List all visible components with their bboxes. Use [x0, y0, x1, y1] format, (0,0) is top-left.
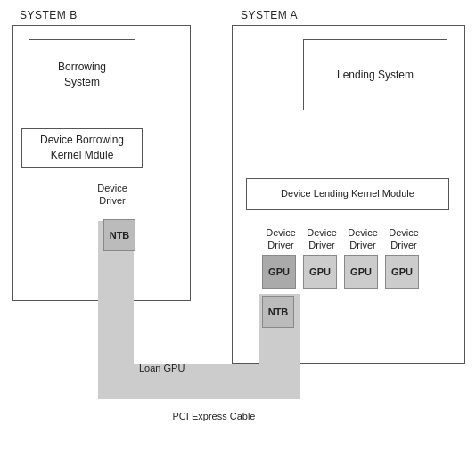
borrowing-system-box: Borrowing System [29, 39, 135, 110]
device-driver-a2-label: Device Driver [302, 226, 341, 252]
device-lending-kernel-box: Device Lending Kernel Module [246, 178, 449, 210]
gpu4-box: GPU [385, 255, 419, 289]
device-borrowing-kernel-box: Device Borrowing Kernel Mdule [21, 128, 143, 168]
system-a-label: SYSTEM A [241, 9, 298, 21]
lending-system-box: Lending System [303, 39, 447, 110]
device-driver-b-label: Device Driver [89, 182, 135, 208]
device-driver-a3-label: Device Driver [343, 226, 382, 252]
device-driver-a4-label: Device Driver [384, 226, 423, 252]
ntb-b-box: NTB [103, 219, 135, 251]
ntb-a-box: NTB [262, 296, 294, 328]
pci-express-label: PCI Express Cable [152, 410, 276, 422]
system-b-label: SYSTEM B [20, 9, 78, 21]
diagram-container: SYSTEM B SYSTEM A Borrowing System Devic… [0, 0, 476, 474]
gpu2-box: GPU [303, 255, 337, 289]
loan-gpu-label: Loan GPU [139, 362, 201, 374]
gpu3-box: GPU [344, 255, 378, 289]
device-driver-a1-label: Device Driver [261, 226, 300, 252]
gpu1-box: GPU [262, 255, 296, 289]
